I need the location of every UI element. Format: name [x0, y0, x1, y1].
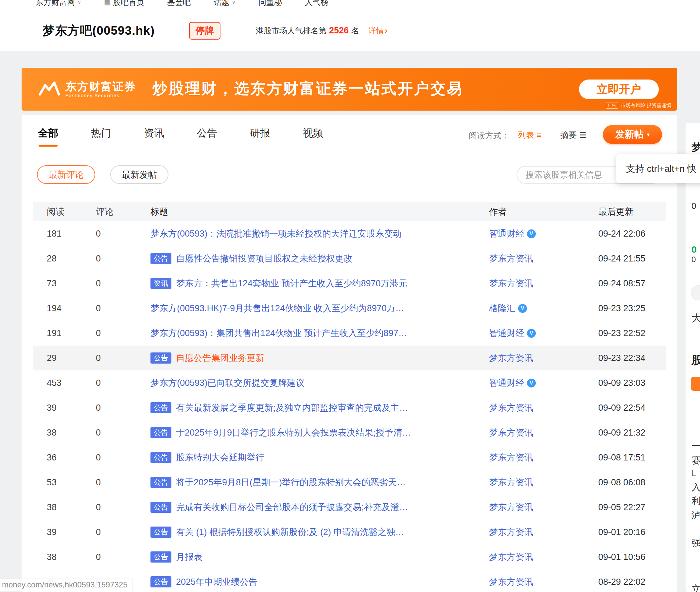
post-title-cell: 公告 有关最新发展之季度更新;及独立内部监控审查的完成及主…	[151, 402, 489, 414]
post-updated-time: 09-23 23:25	[598, 303, 666, 313]
post-title-link[interactable]: 梦东方(00593.HK)7-9月共售出124伙物业 收入至少约为8970万…	[151, 302, 404, 314]
post-tag-badge: 公告	[151, 502, 171, 513]
author-cell: 梦东方资讯	[489, 477, 598, 488]
post-updated-time: 09-08 17:51	[598, 453, 666, 463]
verified-icon: V	[527, 329, 536, 338]
post-updated-time: 08-29 22:02	[598, 577, 666, 587]
col-header-comments: 评论	[96, 206, 151, 217]
tab-news[interactable]: 资讯	[144, 126, 164, 140]
author-link[interactable]: 梦东方资讯	[489, 526, 533, 538]
comment-count: 0	[96, 403, 151, 413]
tab-hot[interactable]: 热门	[91, 126, 111, 140]
post-title-link[interactable]: 于2025年9月9日举行之股东特别大会投票表决结果;授予清…	[176, 427, 411, 439]
author-cell: 格隆汇 V	[489, 302, 598, 314]
post-updated-time: 09-09 21:32	[598, 428, 666, 438]
read-count: 38	[33, 428, 96, 438]
post-title-link[interactable]: 梦东方(00593)：法院批准撤销一项未经授权的天洋迁安股东变动	[151, 228, 402, 240]
post-tag-badge: 公告	[151, 253, 171, 264]
promo-banner[interactable]: 东方财富证券 Eastmoney Securities 炒股理财，选东方财富证券…	[21, 68, 677, 111]
tab-announcements[interactable]: 公告	[197, 126, 217, 140]
sidebar-text-fragment: 0	[692, 244, 697, 255]
tab-video[interactable]: 视频	[303, 126, 323, 140]
author-link[interactable]: 梦东方资讯	[489, 402, 533, 414]
table-body: 181 0 梦东方(00593)：法院批准撤销一项未经授权的天洋迁安股东变动 智…	[33, 221, 666, 592]
read-mode-list-toggle[interactable]: 列表 ≡	[518, 130, 541, 140]
post-title-link[interactable]: 自愿性公告撤销投资项目股权之未经授权更改	[176, 253, 353, 264]
nav-item-fund[interactable]: 基金吧	[167, 0, 191, 7]
author-link[interactable]: 梦东方资讯	[489, 501, 533, 513]
open-account-button[interactable]: 立即开户	[579, 80, 659, 99]
author-link[interactable]: 格隆汇	[489, 302, 516, 314]
post-updated-time: 09-09 22:54	[598, 403, 666, 413]
digest-icon: ☰	[579, 131, 587, 140]
author-link[interactable]: 智通财经	[489, 327, 524, 339]
post-updated-time: 09-23 22:52	[598, 328, 666, 338]
post-title-link[interactable]: 有关最新发展之季度更新;及独立内部监控审查的完成及主…	[176, 402, 408, 414]
guba-home-icon: ▤	[104, 0, 110, 6]
post-title-link[interactable]: 股东特别大会延期举行	[176, 452, 264, 463]
read-count: 39	[33, 403, 96, 413]
table-row: 53 0 公告 将于2025年9月8日(星期一)举行的股东特别大会的恶劣天… 梦…	[33, 470, 666, 495]
author-link[interactable]: 梦东方资讯	[489, 352, 533, 364]
post-updated-time: 09-01 10:56	[598, 552, 666, 562]
author-cell: 梦东方资讯	[489, 576, 598, 588]
read-mode-digest-toggle[interactable]: 摘要 ☰	[560, 130, 587, 140]
comment-count: 0	[96, 328, 151, 338]
nav-item-eastmoney[interactable]: 东方财富网 ∨	[36, 0, 81, 7]
read-count: 191	[33, 328, 96, 338]
author-link[interactable]: 梦东方资讯	[489, 477, 533, 488]
author-cell: 智通财经 V	[489, 228, 598, 240]
post-title-link[interactable]: 完成有关收购目标公司全部股本的须予披露交易;补充及澄…	[176, 501, 408, 513]
author-link[interactable]: 梦东方资讯	[489, 253, 533, 264]
author-link[interactable]: 智通财经	[489, 377, 524, 389]
post-title-link[interactable]: 自愿公告集团业务更新	[176, 352, 264, 364]
post-title-link[interactable]: 梦东方：共售出124套物业 预计产生收入至少约8970万港元	[176, 278, 407, 289]
new-post-button[interactable]: 发新帖 ▾	[603, 125, 662, 144]
rank-detail-link[interactable]: 详情 ›	[368, 26, 387, 36]
tab-research[interactable]: 研报	[250, 126, 270, 140]
author-cell: 梦东方资讯	[489, 278, 598, 289]
nav-item-topic[interactable]: 话题 ∨	[214, 0, 235, 7]
sort-latest-posts-button[interactable]: 最新发帖	[110, 165, 168, 184]
post-title-link[interactable]: 有关 (1) 根据特别授权认购新股份;及 (2) 申请清洗豁之独…	[176, 526, 404, 538]
sort-latest-comments-button[interactable]: 最新评论	[37, 165, 95, 184]
post-title-cell: 梦东方(00593.HK)7-9月共售出124伙物业 收入至少约为8970万…	[151, 302, 489, 314]
table-row: 38 0 公告 月报表 梦东方资讯 09-01 10:56	[33, 545, 666, 570]
post-tag-badge: 资讯	[151, 278, 171, 289]
post-tag-badge: 公告	[151, 452, 171, 463]
post-title-cell: 公告 2025年中期业绩公告	[151, 576, 489, 588]
comment-count: 0	[96, 527, 151, 537]
post-title-link[interactable]: 月报表	[176, 551, 203, 563]
author-link[interactable]: 梦东方资讯	[489, 452, 533, 463]
ad-tag: 广告	[606, 102, 618, 109]
author-link[interactable]: 梦东方资讯	[489, 551, 533, 563]
read-count: 453	[33, 378, 96, 388]
table-row: 39 0 公告 有关最新发展之季度更新;及独立内部监控审查的完成及主… 梦东方资…	[33, 395, 666, 420]
comment-count: 0	[96, 378, 151, 388]
author-link[interactable]: 梦东方资讯	[489, 576, 533, 588]
col-header-reads: 阅读	[33, 206, 96, 217]
post-title-cell: 公告 于2025年9月9日举行之股东特别大会投票表决结果;授予清…	[151, 427, 489, 439]
tab-all[interactable]: 全部	[38, 126, 58, 140]
post-title-link[interactable]: 梦东方(00593)：集团共售出124伙物业 预计产生收入至少约897…	[151, 327, 407, 339]
author-cell: 梦东方资讯	[489, 551, 598, 563]
author-link[interactable]: 梦东方资讯	[489, 427, 533, 439]
author-link[interactable]: 智通财经	[489, 228, 524, 240]
nav-item-guba-home[interactable]: ▤ 股吧首页	[104, 0, 144, 7]
sidebar-text-fragment: 泸	[692, 509, 700, 522]
author-link[interactable]: 梦东方资讯	[489, 278, 533, 289]
author-cell: 梦东方资讯	[489, 402, 598, 414]
nav-item-popularity-rank[interactable]: 人气榜	[305, 0, 328, 7]
filter-row: 最新评论 最新发帖	[21, 165, 677, 184]
post-title-link[interactable]: 梦东方(00593)已向联交所提交复牌建议	[151, 377, 305, 389]
comment-count: 0	[96, 478, 151, 488]
post-updated-time: 09-23 22:34	[598, 353, 666, 363]
sidebar-text-fragment: 大	[692, 311, 700, 325]
post-tag-badge: 公告	[151, 427, 171, 438]
page-title: 梦东方吧(00593.hk)	[43, 22, 155, 39]
col-header-updated: 最后更新	[598, 206, 666, 217]
nav-item-ask-secretary[interactable]: 问董秘	[258, 0, 282, 7]
post-title-link[interactable]: 2025年中期业绩公告	[176, 576, 258, 588]
post-title-link[interactable]: 将于2025年9月8日(星期一)举行的股东特别大会的恶劣天…	[176, 477, 406, 488]
right-sidebar-clipped: 梦000大股一赛L入利泸强立	[686, 123, 700, 592]
